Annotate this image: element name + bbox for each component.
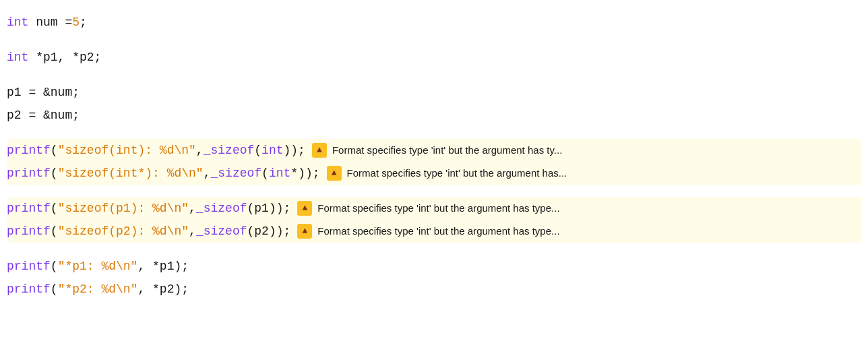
code-text-8b: ,: [189, 222, 196, 241]
code-line-2: int *p1, *p2;: [7, 46, 861, 69]
code-line-6: printf("sizeof(int*): %d\n",_sizeof(int*…: [7, 162, 861, 185]
code-text-2: *p1, *p2;: [28, 48, 101, 67]
code-line-1: int num = 5;: [7, 11, 861, 34]
string-6: "*p2: %d\n": [58, 280, 138, 299]
code-line-10: printf("*p2: %d\n", *p2);: [7, 278, 861, 301]
warning-text-3: Format specifies type 'int' but the argu…: [317, 200, 559, 216]
code-text-1b: ;: [80, 13, 87, 32]
code-text-3: p1 = &num;: [7, 83, 80, 102]
warning-text-2: Format specifies type 'int' but the argu…: [347, 165, 567, 181]
code-text-6c: (: [261, 164, 269, 183]
spacer-5: [7, 243, 861, 255]
code-text-6d: *));: [290, 164, 319, 183]
warning-badge-2: ▲: [327, 166, 342, 181]
code-line-9: printf("*p1: %d\n", *p1);: [7, 255, 861, 278]
code-editor: int num = 5; int *p1, *p2; p1 = &num; p2…: [7, 11, 861, 301]
code-text-4: p2 = &num;: [7, 106, 80, 125]
warning-text-1: Format specifies type 'int' but the argu…: [332, 142, 562, 158]
keyword-int-2: int: [7, 48, 28, 67]
keyword-int-4: int: [269, 164, 290, 183]
code-text-8a: (: [51, 222, 58, 241]
code-text-9b: , *p1);: [137, 257, 189, 276]
code-text-7a: (: [51, 199, 58, 218]
warning-badge-4: ▲: [297, 224, 312, 239]
warning-badge-3: ▲: [297, 201, 312, 216]
code-line-4: p2 = &num;: [7, 104, 861, 127]
string-4: "sizeof(p2): %d\n": [58, 222, 189, 241]
code-line-5: printf("sizeof(int): %d\n",_sizeof(int))…: [7, 139, 861, 162]
code-text-6a: (: [51, 164, 58, 183]
code-text-7c: (p1));: [247, 199, 291, 218]
number-5: 5: [72, 13, 80, 32]
keyword-sizeof-3: _sizeof: [196, 199, 247, 218]
string-2: "sizeof(int*): %d\n": [58, 164, 204, 183]
code-line-3: p1 = &num;: [7, 81, 861, 104]
string-3: "sizeof(p1): %d\n": [58, 199, 189, 218]
keyword-sizeof-1: _sizeof: [204, 141, 255, 160]
func-printf-3: printf: [7, 199, 51, 218]
func-printf-6: printf: [7, 280, 51, 299]
code-text-5a: (: [51, 141, 58, 160]
func-printf-4: printf: [7, 222, 51, 241]
spacer-2: [7, 69, 861, 81]
spacer-4: [7, 185, 861, 197]
code-line-8: printf("sizeof(p2): %d\n",_sizeof(p2)); …: [7, 220, 861, 243]
keyword-int-1: int: [7, 13, 28, 32]
code-text-10a: (: [51, 280, 58, 299]
string-1: "sizeof(int): %d\n": [58, 141, 196, 160]
string-5: "*p1: %d\n": [58, 257, 138, 276]
keyword-sizeof-4: _sizeof: [196, 222, 247, 241]
code-text-1: num =: [28, 13, 72, 32]
keyword-sizeof-2: _sizeof: [210, 164, 261, 183]
code-text-9a: (: [51, 257, 58, 276]
code-text-5b: ,: [196, 141, 204, 160]
code-text-8c: (p2));: [247, 222, 291, 241]
code-text-5d: ));: [284, 141, 305, 160]
spacer-3: [7, 127, 861, 139]
code-text-6b: ,: [204, 164, 211, 183]
keyword-int-3: int: [261, 141, 283, 160]
func-printf-2: printf: [7, 164, 51, 183]
code-text-10b: , *p2);: [137, 280, 189, 299]
code-line-7: printf("sizeof(p1): %d\n",_sizeof(p1)); …: [7, 197, 861, 220]
code-text-5c: (: [254, 141, 261, 160]
code-text-7b: ,: [189, 199, 196, 218]
func-printf-1: printf: [7, 141, 51, 160]
spacer-1: [7, 34, 861, 46]
warning-badge-1: ▲: [312, 143, 327, 158]
func-printf-5: printf: [7, 257, 51, 276]
warning-text-4: Format specifies type 'int' but the argu…: [317, 223, 559, 239]
